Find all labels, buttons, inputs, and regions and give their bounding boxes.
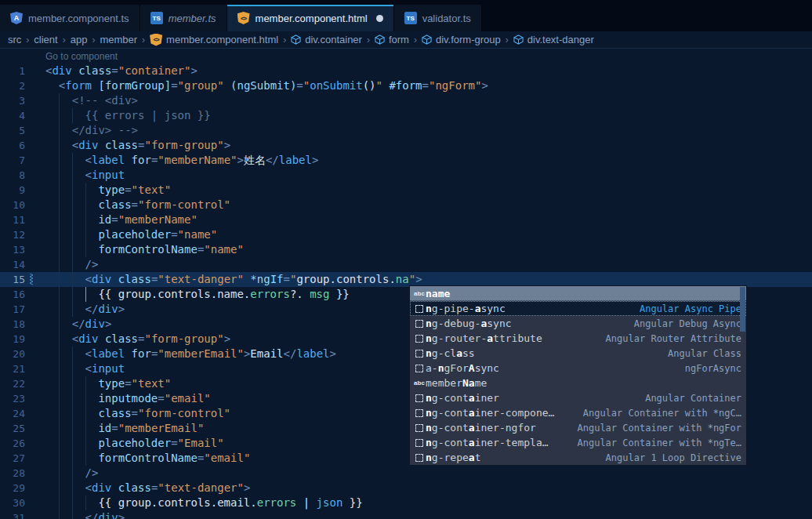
suggest-item-name[interactable]: abcname	[410, 286, 746, 301]
line-number[interactable]: 12	[0, 227, 25, 242]
abc-word-icon: abc	[413, 379, 426, 387]
suggest-item-ng-class[interactable]: ng-classAngular Class	[410, 346, 746, 361]
suggest-item-label: ng-debug-async	[426, 318, 512, 329]
breadcrumb-item-src[interactable]: src	[8, 34, 21, 45]
line-number[interactable]: 10	[0, 198, 25, 212]
code-line[interactable]: 14 />	[0, 257, 812, 272]
line-number[interactable]: 26	[0, 436, 25, 451]
line-number[interactable]: 18	[0, 317, 25, 332]
code-line[interactable]: 7 <label for="memberName">姓名</label>	[0, 153, 812, 168]
snippet-icon-box	[415, 454, 423, 462]
line-number[interactable]: 5	[0, 123, 25, 138]
code-text: </div>	[45, 302, 125, 317]
suggest-item-ng-container[interactable]: ng-containerAngular Container	[410, 390, 746, 405]
code-line[interactable]: 11 id="memberName"	[0, 212, 812, 227]
line-number[interactable]: 13	[0, 242, 25, 257]
suggest-item-ng-pipe-async[interactable]: ng-pipe-asyncAngular Async Pipe	[410, 301, 746, 316]
code-line[interactable]: 30 {{ group.controls.email.errors | json…	[0, 495, 812, 510]
code-lens-go-to-component[interactable]: Go to component	[0, 49, 812, 64]
line-number[interactable]: 7	[0, 153, 25, 168]
line-number[interactable]: 17	[0, 302, 25, 317]
line-number[interactable]: 6	[0, 138, 25, 153]
breadcrumb-item-div.container[interactable]: div.container	[291, 34, 362, 45]
suggest-item-ng-container-ngfor[interactable]: ng-container-ngforAngular Container with…	[410, 420, 746, 435]
snippet-icon-box	[415, 409, 423, 417]
line-number[interactable]: 31	[0, 510, 25, 519]
line-number[interactable]: 24	[0, 406, 25, 421]
code-line[interactable]: 13 formControlName="name"	[0, 242, 812, 257]
line-number[interactable]: 4	[0, 108, 25, 123]
code-text: <label for="memberName">姓名</label>	[45, 153, 318, 168]
code-text: formControlName="email"	[45, 451, 250, 466]
code-text: placeholder="Email"	[45, 436, 224, 451]
line-number[interactable]: 22	[0, 376, 25, 391]
code-line[interactable]: 3 <!-- <div>	[0, 93, 812, 108]
suggest-item-a-ngForAsync[interactable]: a-ngForAsyncngForAsync	[410, 361, 746, 376]
snippet-icon	[413, 305, 426, 313]
line-number[interactable]: 23	[0, 391, 25, 406]
line-number[interactable]: 16	[0, 287, 25, 302]
line-number[interactable]: 30	[0, 495, 25, 510]
suggest-item-memberName[interactable]: abcmemberName	[410, 376, 746, 390]
line-number[interactable]: 21	[0, 361, 25, 376]
suggest-item-detail: Angular Router Attribute	[598, 333, 741, 344]
snippet-icon	[413, 320, 426, 328]
code-line[interactable]: 10 class="form-control"	[0, 198, 812, 212]
tab-member.component.ts[interactable]: Amember.component.ts	[0, 5, 140, 31]
suggest-item-detail: Angular Class	[660, 348, 741, 359]
breadcrumb-item-div.text-danger[interactable]: div.text-danger	[513, 34, 594, 45]
suggest-item-ng-container-compone…[interactable]: ng-container-compone…Angular Container w…	[410, 405, 746, 420]
breadcrumb-item-member[interactable]: member	[100, 34, 137, 45]
suggest-item-ng-container-templa…[interactable]: ng-container-templa…Angular Container wi…	[410, 435, 746, 450]
line-number[interactable]: 14	[0, 257, 25, 272]
code-line[interactable]: 12 placeholder="name"	[0, 227, 812, 242]
suggest-item-label: ng-router-attribute	[426, 332, 542, 344]
line-number[interactable]: 9	[0, 183, 25, 198]
breadcrumb-item-div.form-group[interactable]: div.form-group	[422, 34, 501, 45]
line-number[interactable]: 28	[0, 466, 25, 481]
suggest-item-ng-debug-async[interactable]: ng-debug-asyncAngular Debug Async	[410, 316, 746, 331]
line-number[interactable]: 8	[0, 168, 25, 183]
symbol-element-icon	[375, 34, 385, 45]
suggest-scrollbar[interactable]	[740, 287, 745, 332]
tab-member.component.html[interactable]: <>member.component.html	[227, 5, 394, 31]
dirty-dot-icon[interactable]	[376, 15, 383, 22]
line-number[interactable]: 15	[0, 272, 25, 287]
breadcrumb-item-form[interactable]: form	[375, 34, 409, 45]
breadcrumb-item-client[interactable]: client	[34, 34, 57, 45]
code-text: <div class="text-danger" *ngIf="group.co…	[45, 272, 422, 287]
breadcrumb-item-member.component.html[interactable]: <>member.component.html	[150, 34, 278, 46]
code-text: <form [formGroup]="group" (ngSubmit)="on…	[45, 78, 488, 93]
code-line[interactable]: 28 />	[0, 466, 812, 481]
suggest-item-label: a-ngForAsync	[426, 362, 499, 374]
code-line[interactable]: 8 <input	[0, 168, 812, 183]
snippet-icon-box	[415, 424, 423, 432]
code-text: class="form-control"	[45, 198, 230, 212]
code-line[interactable]: 29 <div class="text-danger">	[0, 481, 812, 495]
suggest-item-ng-repeat[interactable]: ng-repeatAngular 1 Loop Directive	[410, 450, 746, 465]
line-number[interactable]: 3	[0, 93, 25, 108]
code-line[interactable]: 1<div class="container">	[0, 64, 812, 78]
code-line[interactable]: 2 <form [formGroup]="group" (ngSubmit)="…	[0, 78, 812, 93]
line-number[interactable]: 1	[0, 64, 25, 78]
code-line[interactable]: 6 <div class="form-group">	[0, 138, 812, 153]
line-number[interactable]: 29	[0, 481, 25, 495]
code-line[interactable]: 4 {{ errors | json }}	[0, 108, 812, 123]
code-line[interactable]: 5 </div> -->	[0, 123, 812, 138]
code-line[interactable]: 31 </div>	[0, 510, 812, 519]
suggest-widget: abcnameng-pipe-asyncAngular Async Pipeng…	[409, 285, 747, 466]
line-number[interactable]: 25	[0, 421, 25, 436]
tab-validator.ts[interactable]: TSvalidator.ts	[394, 5, 482, 31]
angular-icon: A	[10, 12, 23, 24]
suggest-item-ng-router-attribute[interactable]: ng-router-attributeAngular Router Attrib…	[410, 331, 746, 346]
line-number[interactable]: 19	[0, 332, 25, 347]
line-number[interactable]: 11	[0, 212, 25, 227]
line-number[interactable]: 20	[0, 347, 25, 361]
line-number[interactable]: 27	[0, 451, 25, 466]
tab-member.ts[interactable]: TSmember.ts	[140, 5, 227, 31]
suggest-item-detail: Angular Container with *ngC…	[575, 408, 741, 419]
chevron-right-icon: ›	[26, 34, 29, 45]
code-line[interactable]: 9 type="text"	[0, 183, 812, 198]
line-number[interactable]: 2	[0, 78, 25, 93]
breadcrumb-item-app[interactable]: app	[71, 34, 88, 45]
